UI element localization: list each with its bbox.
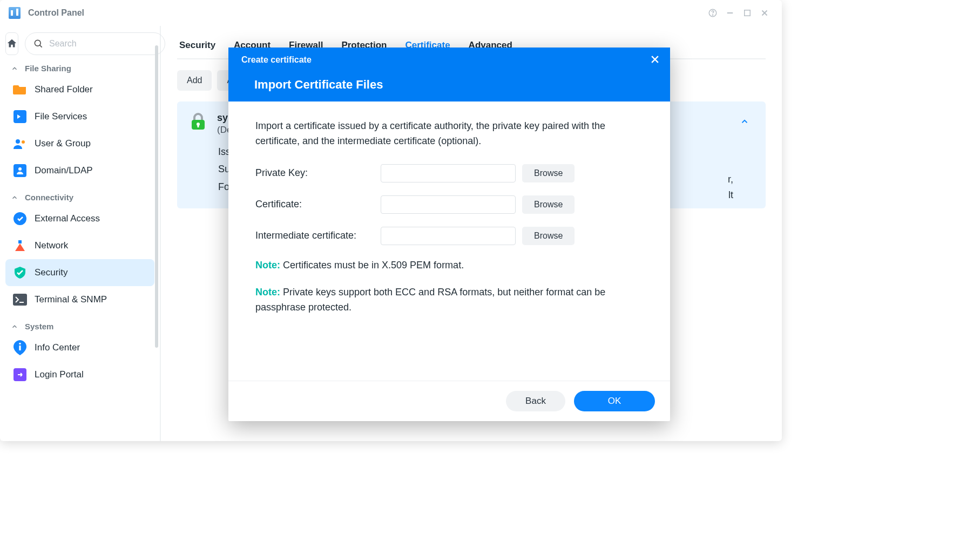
sidebar-item-security[interactable]: Security — [5, 259, 154, 286]
svg-rect-3 — [745, 10, 751, 16]
chevron-up-icon — [11, 323, 18, 330]
domain-ldap-icon — [13, 164, 27, 178]
certificate-browse-button[interactable]: Browse — [522, 195, 575, 214]
home-button[interactable] — [5, 32, 18, 55]
sidebar-item-label: Domain/LDAP — [35, 165, 93, 176]
modal-breadcrumb: Create certificate — [241, 55, 657, 65]
modal-close-button[interactable] — [650, 54, 660, 67]
chevron-up-icon — [11, 65, 18, 72]
group-label: File Sharing — [25, 64, 71, 73]
group-label: System — [25, 322, 53, 331]
sidebar-item-label: Info Center — [35, 342, 80, 353]
sidebar-item-label: Security — [35, 267, 67, 278]
sidebar-item-domain-ldap[interactable]: Domain/LDAP — [5, 157, 154, 184]
modal-header: Create certificate Import Certificate Fi… — [228, 48, 670, 101]
row-private-key: Private Key: Browse — [255, 164, 643, 182]
user-group-icon — [13, 137, 27, 151]
tab-security[interactable]: Security — [179, 36, 215, 58]
svg-point-10 — [22, 140, 25, 144]
sidebar-item-label: File Services — [35, 111, 87, 122]
sidebar-item-label: External Access — [35, 213, 100, 224]
search-input-wrap[interactable] — [25, 32, 165, 55]
back-button[interactable]: Back — [506, 391, 565, 411]
note-tag: Note: — [255, 260, 280, 270]
group-label: Connectivity — [25, 193, 73, 202]
sidebar-item-label: Network — [35, 240, 68, 251]
svg-point-12 — [18, 167, 22, 171]
svg-point-6 — [35, 40, 40, 46]
intermediate-browse-button[interactable]: Browse — [522, 227, 575, 245]
chevron-up-icon — [11, 194, 18, 201]
control-panel-icon — [9, 7, 21, 19]
row-certificate: Certificate: Browse — [255, 195, 643, 214]
modal-title: Import Certificate Files — [254, 78, 657, 92]
scrollbar-thumb[interactable] — [155, 45, 158, 348]
group-system[interactable]: System — [5, 319, 154, 334]
svg-point-9 — [16, 139, 20, 144]
note-text: Certificates must be in X.509 PEM format… — [280, 260, 464, 270]
sidebar: File Sharing Shared Folder File Services… — [0, 26, 161, 441]
sidebar-item-user-group[interactable]: User & Group — [5, 130, 154, 157]
sidebar-item-shared-folder[interactable]: Shared Folder — [5, 76, 154, 103]
sidebar-item-login-portal[interactable]: Login Portal — [5, 361, 154, 388]
app-title: Control Panel — [28, 8, 84, 18]
group-connectivity[interactable]: Connectivity — [5, 189, 154, 205]
note-tag: Note: — [255, 287, 280, 297]
search-icon — [33, 38, 44, 49]
sidebar-item-network[interactable]: Network — [5, 232, 154, 259]
svg-point-1 — [712, 15, 713, 15]
svg-rect-21 — [198, 125, 199, 127]
minimize-button[interactable] — [721, 4, 739, 22]
close-icon — [650, 54, 660, 65]
modal-description: Import a certificate issued by a certifi… — [255, 119, 643, 149]
svg-point-13 — [13, 212, 26, 225]
modal-body: Import a certificate issued by a certifi… — [228, 101, 670, 381]
modal-footer: Back OK — [228, 381, 670, 421]
private-key-label: Private Key: — [255, 167, 381, 179]
sidebar-item-file-services[interactable]: File Services — [5, 103, 154, 130]
private-key-browse-button[interactable]: Browse — [522, 164, 575, 182]
login-portal-icon — [13, 368, 27, 382]
row-intermediate: Intermediate certificate: Browse — [255, 227, 643, 245]
network-icon — [13, 239, 27, 253]
external-access-icon — [13, 212, 27, 226]
file-services-icon — [13, 110, 27, 124]
group-file-sharing[interactable]: File Sharing — [5, 60, 154, 76]
cert-right-text: r, lt — [728, 172, 733, 203]
sidebar-item-external-access[interactable]: External Access — [5, 205, 154, 232]
sidebar-item-label: Terminal & SNMP — [35, 294, 107, 305]
intermediate-label: Intermediate certificate: — [255, 230, 381, 241]
note-text: Private keys support both ECC and RSA fo… — [255, 287, 605, 313]
svg-line-7 — [40, 45, 42, 48]
certificate-label: Certificate: — [255, 199, 381, 210]
shield-icon — [13, 266, 27, 280]
terminal-icon — [13, 293, 27, 307]
svg-rect-14 — [18, 240, 22, 243]
intermediate-input[interactable] — [381, 227, 516, 245]
sidebar-item-label: User & Group — [35, 138, 91, 149]
search-input[interactable] — [49, 39, 157, 49]
note-1: Note: Certificates must be in X.509 PEM … — [255, 258, 643, 273]
ok-button[interactable]: OK — [574, 391, 655, 411]
close-button[interactable] — [756, 4, 773, 22]
add-button[interactable]: Add — [177, 70, 212, 91]
titlebar: Control Panel — [0, 0, 782, 26]
svg-rect-15 — [13, 294, 27, 306]
sidebar-item-label: Login Portal — [35, 369, 84, 380]
info-icon — [13, 341, 27, 355]
lock-icon — [190, 112, 206, 131]
folder-icon — [13, 83, 27, 97]
chevron-up-icon[interactable] — [740, 117, 749, 128]
note-2: Note: Private keys support both ECC and … — [255, 285, 643, 315]
svg-rect-16 — [19, 346, 21, 350]
import-certificate-modal: Create certificate Import Certificate Fi… — [228, 48, 670, 421]
help-button[interactable] — [704, 4, 721, 22]
maximize-button[interactable] — [739, 4, 756, 22]
sidebar-item-info-center[interactable]: Info Center — [5, 334, 154, 361]
sidebar-item-terminal-snmp[interactable]: Terminal & SNMP — [5, 286, 154, 313]
sidebar-item-label: Shared Folder — [35, 84, 93, 95]
certificate-input[interactable] — [381, 195, 516, 214]
svg-point-17 — [19, 343, 21, 345]
private-key-input[interactable] — [381, 164, 516, 182]
